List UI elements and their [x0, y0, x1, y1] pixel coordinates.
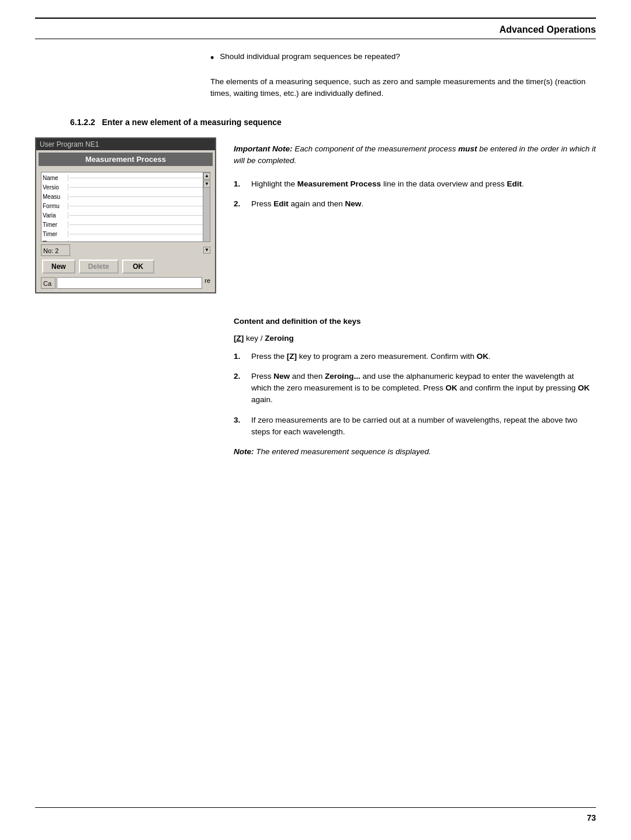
- list-content-2: Press Edit again and then New.: [251, 198, 596, 210]
- dialog-inner-title: Measurement Process: [39, 153, 213, 166]
- footer-content: [57, 277, 202, 289]
- row-label-timer1: Timer: [43, 222, 68, 228]
- instruction-item-2: 2. Press Edit again and then New.: [234, 198, 596, 210]
- scroll-up-arrow[interactable]: ▲: [203, 172, 210, 179]
- row-label-varia: Varia: [43, 212, 68, 219]
- step-content-2: Press New and then Zeroing... and use th…: [251, 371, 596, 406]
- content-def-section: Content and definition of the keys [Z] k…: [35, 317, 596, 458]
- scroll-down-arrow[interactable]: ▼: [203, 181, 210, 188]
- dialog-status-row: No: 2 ▼: [39, 243, 213, 257]
- dialog-column: User Program NE1 Measurement Process Nam…: [35, 137, 222, 293]
- page-number: 73: [587, 813, 596, 822]
- dialog-list-rows: Name Versio Measu: [41, 172, 210, 242]
- new-button[interactable]: New: [42, 260, 75, 274]
- step-item-3: 3. If zero measurements are to be carrie…: [234, 414, 596, 438]
- instructions-column: Important Note: Each component of the me…: [234, 137, 596, 293]
- row-label-formu: Formu: [43, 203, 68, 209]
- content-def-heading: Content and definition of the keys: [234, 317, 596, 326]
- key-z: [Z]: [234, 334, 244, 343]
- instructions-list: 1. Highlight the Measurement Process lin…: [234, 178, 596, 210]
- step-item-1: 1. Press the [Z] key to program a zero m…: [234, 351, 596, 362]
- dialog-buttons-row: New Delete OK: [39, 257, 213, 276]
- step-item-2: 2. Press New and then Zeroing... and use…: [234, 371, 596, 406]
- important-note-label: Important Note:: [234, 144, 293, 153]
- list-num-1: 1.: [234, 178, 245, 190]
- list-item: Timer: [43, 230, 209, 239]
- step-content-3: If zero measurements are to be carried o…: [251, 414, 596, 438]
- list-num-2: 2.: [234, 198, 245, 210]
- delete-button[interactable]: Delete: [79, 260, 119, 274]
- bullet-section: • Should individual program sequences be…: [210, 51, 596, 65]
- two-column-layout: User Program NE1 Measurement Process Nam…: [35, 137, 596, 293]
- content-def-steps: 1. Press the [Z] key to program a zero m…: [234, 351, 596, 438]
- intro-paragraph: The elements of a measuring sequence, su…: [210, 76, 596, 100]
- bottom-rule: [35, 807, 596, 808]
- page-header: Advanced Operations: [35, 25, 596, 39]
- row-label-timer3: Timer: [43, 240, 68, 242]
- dialog-footer-row: Ca re: [39, 276, 213, 290]
- dialog-scrollbar[interactable]: ▲ ▼: [203, 172, 210, 241]
- page-title: Advanced Operations: [500, 25, 596, 34]
- list-item: Versio: [43, 183, 209, 192]
- dialog-status-label: No: 2: [41, 244, 70, 256]
- content-def-wrapper: Content and definition of the keys [Z] k…: [234, 317, 596, 458]
- list-item: Measu: [43, 192, 209, 202]
- row-label-versio: Versio: [43, 184, 68, 191]
- top-rule: [35, 18, 596, 19]
- scroll-right-arrow[interactable]: ▼: [203, 247, 210, 254]
- instruction-item-1: 1. Highlight the Measurement Process lin…: [234, 178, 596, 190]
- section-heading: 6.1.2.2 Enter a new element of a measuri…: [35, 117, 596, 127]
- list-content-1: Highlight the Measurement Process line i…: [251, 178, 596, 190]
- important-note: Important Note: Each component of the me…: [234, 143, 596, 167]
- footer-label: Ca: [41, 277, 56, 289]
- list-item: Timer: [43, 220, 209, 230]
- row-label-measu: Measu: [43, 193, 68, 200]
- step-num-2: 2.: [234, 371, 245, 406]
- dialog-title-bar: User Program NE1: [36, 139, 215, 150]
- note-text: Note: The entered measurement sequence i…: [234, 446, 596, 458]
- list-item: Name: [43, 174, 209, 183]
- row-label-timer2: Timer: [43, 231, 68, 237]
- step-content-1: Press the [Z] key to program a zero meas…: [251, 351, 596, 362]
- list-item: Timer: [43, 239, 209, 242]
- section-title: Enter a new element of a measuring seque…: [102, 117, 282, 127]
- list-item: Varia: [43, 211, 209, 220]
- list-item: Formu: [43, 202, 209, 211]
- step-num-3: 3.: [234, 414, 245, 438]
- bullet-icon: •: [210, 51, 214, 65]
- dialog-title-text: User Program NE1: [40, 140, 99, 148]
- dialog-body: Name Versio Measu: [36, 168, 215, 292]
- key-label: key / Zeroing: [246, 334, 294, 343]
- key-heading: [Z] key / Zeroing: [234, 334, 596, 343]
- section-number: 6.1.2.2: [70, 117, 95, 127]
- step-num-1: 1.: [234, 351, 245, 362]
- bullet-text: Should individual program sequences be r…: [220, 51, 400, 65]
- footer-suffix: re: [204, 277, 210, 289]
- row-label-name: Name: [43, 175, 68, 181]
- dialog-list-area: Name Versio Measu: [41, 172, 210, 242]
- ok-button[interactable]: OK: [122, 260, 154, 274]
- dialog-box: User Program NE1 Measurement Process Nam…: [35, 137, 216, 293]
